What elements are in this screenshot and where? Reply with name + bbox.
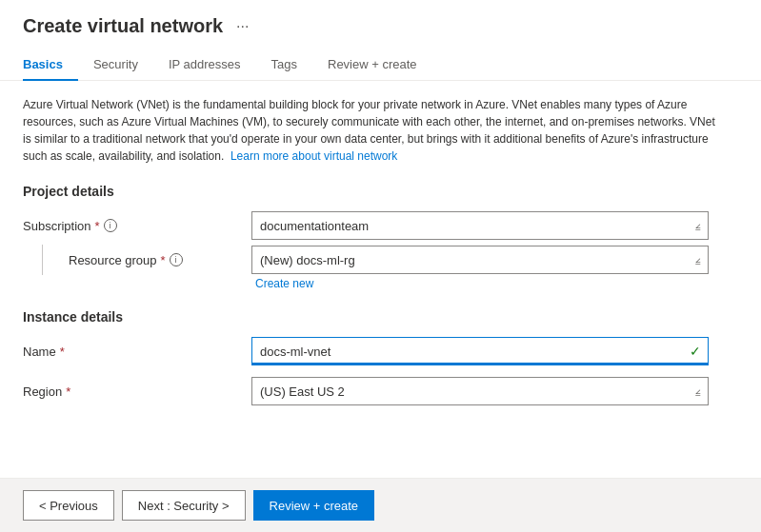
instance-details-section: Instance details Name * ✓ Region xyxy=(23,309,738,406)
resource-group-info-icon[interactable]: i xyxy=(170,253,183,266)
name-input[interactable] xyxy=(251,337,709,365)
page-title: Create virtual network xyxy=(23,15,223,37)
subscription-required: * xyxy=(95,219,100,233)
region-label: Region * xyxy=(23,384,251,399)
tabs-nav: Basics Security IP addresses Tags Review… xyxy=(23,49,738,80)
resource-group-label-wrapper: Resource group * i xyxy=(23,245,251,275)
region-row: Region * (US) East US 2 ⦤ xyxy=(23,376,738,406)
region-control: (US) East US 2 ⦤ xyxy=(251,377,709,405)
name-input-wrapper: ✓ xyxy=(251,337,709,365)
region-required: * xyxy=(66,384,70,399)
description-text: Azure Virtual Network (VNet) is the fund… xyxy=(23,96,718,165)
tab-ip-addresses[interactable]: IP addresses xyxy=(153,49,256,81)
previous-button[interactable]: < Previous xyxy=(23,490,114,521)
name-required: * xyxy=(60,345,65,359)
region-select-wrapper: (US) East US 2 ⦤ xyxy=(251,377,709,405)
project-details-title: Project details xyxy=(23,184,738,199)
name-control: ✓ xyxy=(251,337,709,365)
subscription-info-icon[interactable]: i xyxy=(104,219,117,232)
title-row: Create virtual network ··· xyxy=(23,15,738,37)
name-check-icon: ✓ xyxy=(690,344,701,359)
resource-group-row: Resource group * i (New) docs-ml-rg ⦤ xyxy=(23,245,738,275)
main-content: Azure Virtual Network (VNet) is the fund… xyxy=(0,81,761,478)
project-details-section: Project details Subscription * i documen… xyxy=(23,184,738,290)
footer: < Previous Next : Security > Review + cr… xyxy=(0,478,761,532)
resource-group-select-wrapper: (New) docs-ml-rg ⦤ xyxy=(251,246,709,274)
subscription-select-wrapper: documentationteam ⦤ xyxy=(251,211,709,240)
header: Create virtual network ··· Basics Securi… xyxy=(0,0,761,81)
name-row: Name * ✓ xyxy=(23,336,738,366)
page-container: Create virtual network ··· Basics Securi… xyxy=(0,0,761,532)
instance-details-title: Instance details xyxy=(23,309,738,325)
subscription-label: Subscription * i xyxy=(23,219,251,233)
review-create-button[interactable]: Review + create xyxy=(253,490,375,521)
subscription-row: Subscription * i documentationteam ⦤ xyxy=(23,210,738,241)
resource-group-select[interactable]: (New) docs-ml-rg xyxy=(251,246,709,274)
name-label: Name * xyxy=(23,345,251,359)
resource-group-control: (New) docs-ml-rg ⦤ xyxy=(251,246,709,274)
tab-review-create[interactable]: Review + create xyxy=(312,49,432,81)
region-select[interactable]: (US) East US 2 xyxy=(251,377,709,405)
tab-basics[interactable]: Basics xyxy=(23,49,78,81)
tab-security[interactable]: Security xyxy=(78,49,153,81)
resource-group-required: * xyxy=(161,253,166,267)
next-security-button[interactable]: Next : Security > xyxy=(122,490,246,521)
tab-tags[interactable]: Tags xyxy=(256,49,312,81)
learn-more-link[interactable]: Learn more about virtual network xyxy=(230,149,397,163)
create-new-link[interactable]: Create new xyxy=(255,277,738,290)
ellipsis-button[interactable]: ··· xyxy=(230,16,254,37)
subscription-select[interactable]: documentationteam xyxy=(251,211,709,240)
subscription-control: documentationteam ⦤ xyxy=(251,211,709,240)
